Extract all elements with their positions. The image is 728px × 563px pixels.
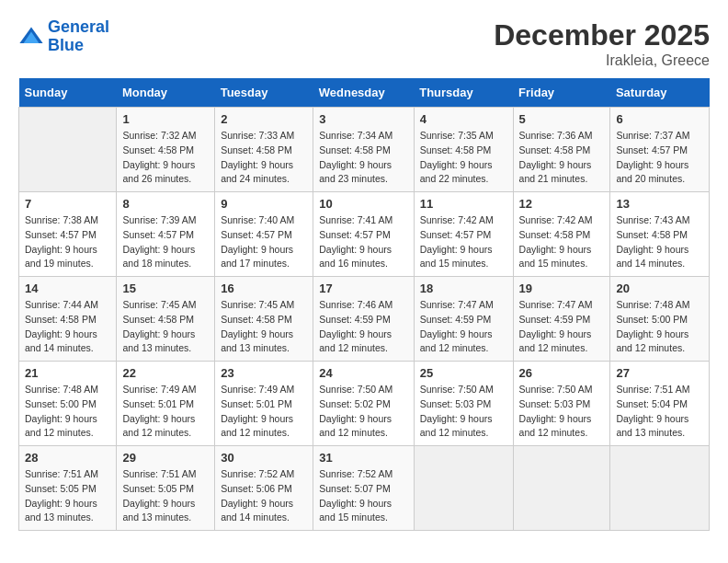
- sunrise: Sunrise: 7:52 AM: [221, 468, 294, 479]
- day-number: 8: [122, 197, 209, 211]
- day-number: 20: [616, 282, 703, 295]
- day-number: 19: [519, 282, 605, 295]
- day-info: Sunrise: 7:40 AM Sunset: 4:57 PM Dayligh…: [221, 213, 307, 271]
- sunrise: Sunrise: 7:47 AM: [420, 299, 494, 310]
- sunset: Sunset: 4:57 PM: [221, 229, 292, 240]
- day-number: 22: [122, 366, 209, 380]
- day-number: 18: [420, 282, 507, 295]
- day-info: Sunrise: 7:50 AM Sunset: 5:03 PM Dayligh…: [519, 383, 605, 441]
- sunrise: Sunrise: 7:35 AM: [420, 130, 494, 141]
- sunrise: Sunrise: 7:36 AM: [519, 130, 593, 141]
- day-info: Sunrise: 7:36 AM Sunset: 4:58 PM Dayligh…: [519, 129, 605, 187]
- calendar-cell: [414, 446, 513, 531]
- sunset: Sunset: 4:58 PM: [420, 144, 492, 155]
- sunrise: Sunrise: 7:43 AM: [616, 214, 689, 225]
- day-number: 10: [319, 197, 407, 211]
- calendar-cell: 3 Sunrise: 7:34 AM Sunset: 4:58 PM Dayli…: [313, 108, 414, 192]
- daylight: Daylight: 9 hours and 15 minutes.: [519, 244, 592, 270]
- calendar-cell: 25 Sunrise: 7:50 AM Sunset: 5:03 PM Dayl…: [414, 362, 513, 446]
- calendar-cell: 11 Sunrise: 7:42 AM Sunset: 4:57 PM Dayl…: [414, 192, 513, 277]
- daylight: Daylight: 9 hours and 12 minutes.: [616, 328, 688, 354]
- day-number: 13: [616, 197, 703, 211]
- day-info: Sunrise: 7:35 AM Sunset: 4:58 PM Dayligh…: [420, 129, 507, 187]
- daylight: Daylight: 9 hours and 12 minutes.: [25, 413, 97, 439]
- sunrise: Sunrise: 7:42 AM: [420, 214, 494, 225]
- sunset: Sunset: 4:57 PM: [420, 229, 492, 240]
- sunrise: Sunrise: 7:41 AM: [319, 214, 392, 225]
- sunset: Sunset: 4:58 PM: [519, 229, 591, 240]
- daylight: Daylight: 9 hours and 12 minutes.: [519, 328, 592, 354]
- calendar-cell: 23 Sunrise: 7:49 AM Sunset: 5:01 PM Dayl…: [215, 362, 313, 446]
- day-info: Sunrise: 7:42 AM Sunset: 4:57 PM Dayligh…: [420, 213, 507, 271]
- sunset: Sunset: 5:03 PM: [519, 398, 591, 409]
- sunset: Sunset: 5:06 PM: [221, 483, 292, 494]
- calendar-table: Sunday Monday Tuesday Wednesday Thursday…: [18, 78, 710, 531]
- calendar-cell: [19, 108, 117, 192]
- calendar-cell: 9 Sunrise: 7:40 AM Sunset: 4:57 PM Dayli…: [215, 192, 313, 277]
- sunrise: Sunrise: 7:38 AM: [25, 214, 98, 225]
- day-number: 7: [25, 197, 110, 211]
- logo: General Blue: [18, 18, 109, 55]
- sunrise: Sunrise: 7:33 AM: [221, 130, 294, 141]
- sunrise: Sunrise: 7:50 AM: [319, 384, 392, 395]
- day-number: 29: [122, 451, 209, 465]
- calendar-cell: 4 Sunrise: 7:35 AM Sunset: 4:58 PM Dayli…: [414, 108, 513, 192]
- sunset: Sunset: 5:01 PM: [221, 398, 292, 409]
- calendar-cell: 16 Sunrise: 7:45 AM Sunset: 4:58 PM Dayl…: [215, 277, 313, 362]
- sunset: Sunset: 5:05 PM: [122, 483, 194, 494]
- day-number: 6: [616, 112, 703, 126]
- header-monday: Monday: [117, 78, 215, 108]
- calendar-cell: 2 Sunrise: 7:33 AM Sunset: 4:58 PM Dayli…: [215, 108, 313, 192]
- daylight: Daylight: 9 hours and 18 minutes.: [122, 244, 195, 270]
- calendar-cell: 30 Sunrise: 7:52 AM Sunset: 5:06 PM Dayl…: [215, 446, 313, 531]
- calendar-cell: 6 Sunrise: 7:37 AM Sunset: 4:57 PM Dayli…: [610, 108, 710, 192]
- day-number: 16: [221, 282, 307, 295]
- weekday-header-row: Sunday Monday Tuesday Wednesday Thursday…: [19, 78, 710, 108]
- sunrise: Sunrise: 7:49 AM: [122, 384, 196, 395]
- sunset: Sunset: 5:04 PM: [616, 398, 688, 409]
- day-info: Sunrise: 7:45 AM Sunset: 4:58 PM Dayligh…: [122, 298, 209, 356]
- day-info: Sunrise: 7:52 AM Sunset: 5:06 PM Dayligh…: [221, 467, 307, 525]
- sunrise: Sunrise: 7:40 AM: [221, 214, 294, 225]
- day-info: Sunrise: 7:49 AM Sunset: 5:01 PM Dayligh…: [221, 383, 307, 441]
- sunset: Sunset: 5:00 PM: [616, 314, 688, 325]
- sunrise: Sunrise: 7:52 AM: [319, 468, 392, 479]
- sunset: Sunset: 4:58 PM: [122, 144, 194, 155]
- daylight: Daylight: 9 hours and 20 minutes.: [616, 159, 688, 185]
- calendar-cell: 26 Sunrise: 7:50 AM Sunset: 5:03 PM Dayl…: [513, 362, 610, 446]
- sunrise: Sunrise: 7:50 AM: [519, 384, 593, 395]
- sunset: Sunset: 4:59 PM: [519, 314, 591, 325]
- calendar-cell: 5 Sunrise: 7:36 AM Sunset: 4:58 PM Dayli…: [513, 108, 610, 192]
- sunset: Sunset: 4:58 PM: [221, 314, 292, 325]
- sunset: Sunset: 5:07 PM: [319, 483, 391, 494]
- daylight: Daylight: 9 hours and 15 minutes.: [420, 244, 493, 270]
- day-info: Sunrise: 7:45 AM Sunset: 4:58 PM Dayligh…: [221, 298, 307, 356]
- daylight: Daylight: 9 hours and 12 minutes.: [519, 413, 592, 439]
- calendar-cell: 31 Sunrise: 7:52 AM Sunset: 5:07 PM Dayl…: [313, 446, 414, 531]
- sunrise: Sunrise: 7:44 AM: [25, 299, 98, 310]
- day-number: 3: [319, 112, 407, 126]
- daylight: Daylight: 9 hours and 12 minutes.: [319, 328, 392, 354]
- day-number: 2: [221, 112, 307, 126]
- calendar-cell: 20 Sunrise: 7:48 AM Sunset: 5:00 PM Dayl…: [610, 277, 710, 362]
- daylight: Daylight: 9 hours and 24 minutes.: [221, 159, 293, 185]
- daylight: Daylight: 9 hours and 26 minutes.: [122, 159, 195, 185]
- daylight: Daylight: 9 hours and 14 minutes.: [221, 498, 293, 523]
- day-number: 27: [616, 366, 703, 380]
- sunrise: Sunrise: 7:51 AM: [616, 384, 689, 395]
- sunrise: Sunrise: 7:51 AM: [25, 468, 98, 479]
- day-info: Sunrise: 7:50 AM Sunset: 5:03 PM Dayligh…: [420, 383, 507, 441]
- daylight: Daylight: 9 hours and 12 minutes.: [420, 413, 493, 439]
- header-tuesday: Tuesday: [215, 78, 313, 108]
- week-row-1: 1 Sunrise: 7:32 AM Sunset: 4:58 PM Dayli…: [19, 108, 710, 192]
- sunset: Sunset: 4:59 PM: [319, 314, 391, 325]
- daylight: Daylight: 9 hours and 13 minutes.: [122, 328, 195, 354]
- sunrise: Sunrise: 7:45 AM: [221, 299, 294, 310]
- sunset: Sunset: 4:57 PM: [319, 229, 391, 240]
- day-number: 26: [519, 366, 605, 380]
- sunrise: Sunrise: 7:42 AM: [519, 214, 593, 225]
- day-info: Sunrise: 7:50 AM Sunset: 5:02 PM Dayligh…: [319, 383, 407, 441]
- header-saturday: Saturday: [610, 78, 710, 108]
- calendar-cell: 12 Sunrise: 7:42 AM Sunset: 4:58 PM Dayl…: [513, 192, 610, 277]
- sunrise: Sunrise: 7:32 AM: [122, 130, 196, 141]
